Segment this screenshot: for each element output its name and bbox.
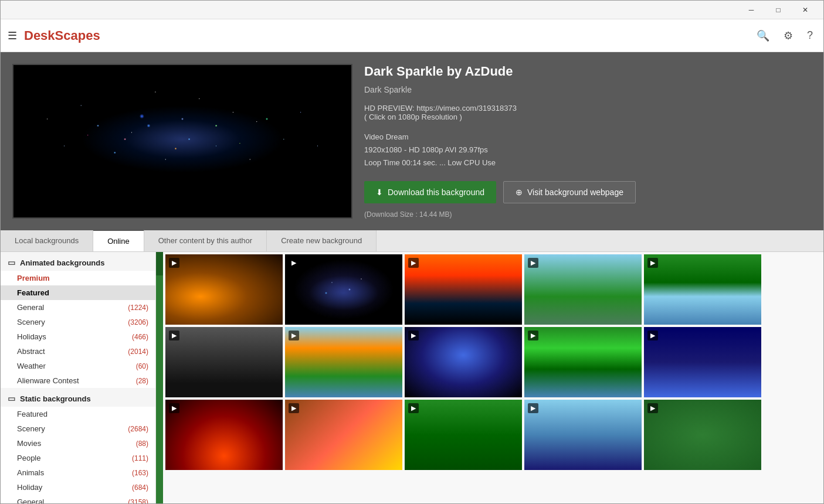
gallery-thumb[interactable]: ▶	[405, 254, 522, 325]
sidebar-item-featured-anim[interactable]: Featured	[1, 285, 155, 300]
video-badge: ▶	[528, 258, 538, 268]
static-section-icon: ▭	[8, 394, 15, 403]
people-count: (111)	[132, 454, 148, 462]
general-count: (1224)	[128, 304, 148, 312]
animals-count: (163)	[132, 469, 148, 477]
sidebar-item-weather[interactable]: Weather (60)	[1, 359, 155, 373]
gallery-thumb[interactable]: ▶	[524, 327, 642, 397]
static-header-label: Static backgrounds	[20, 394, 91, 403]
preview-info: Dark Sparkle by AzDude Dark Sparkle HD P…	[364, 64, 812, 219]
bg-details: Video Dream 1920x1080 - HD 1080p AVI 29.…	[364, 131, 812, 169]
minimize-button[interactable]: ─	[738, 1, 765, 19]
animated-backgrounds-header: ▭ Animated backgrounds	[1, 252, 155, 271]
video-badge: ▶	[647, 331, 658, 340]
video-badge: ▶	[408, 403, 419, 413]
preview-sparkle	[13, 65, 351, 200]
preview-image	[12, 64, 352, 219]
maximize-button[interactable]: □	[765, 1, 792, 19]
download-size: (Download Size : 14.44 MB)	[364, 210, 812, 219]
bg-resolution: 1920x1080 - HD 1080p AVI 29.97fps	[364, 144, 812, 156]
sidebar-item-premium[interactable]: Premium	[1, 271, 155, 285]
gallery-thumb[interactable]: ▶	[165, 327, 283, 397]
gallery-thumb[interactable]: ▶	[285, 254, 402, 325]
sidebar-item-general-anim[interactable]: General (1224)	[1, 300, 155, 315]
download-label: Download this background	[388, 188, 484, 197]
sparkle-colors	[13, 65, 351, 200]
general-static-count: (3158)	[128, 498, 148, 504]
sidebar-item-movies[interactable]: Movies (88)	[1, 436, 155, 451]
gallery-thumb[interactable]: ▶	[405, 400, 522, 470]
hamburger-icon[interactable]: ☰	[8, 29, 17, 42]
video-badge: ▶	[647, 258, 658, 268]
sidebar-item-scenery-anim[interactable]: Scenery (3206)	[1, 315, 155, 329]
gallery-thumb[interactable]: ▶	[644, 327, 761, 397]
video-badge: ▶	[289, 331, 299, 340]
title-bar: ─ □ ✕	[1, 1, 823, 19]
sidebar-item-alienware[interactable]: Alienware Contest (28)	[1, 373, 155, 388]
video-badge: ▶	[289, 403, 299, 413]
action-buttons: ⬇ Download this background ⊕ Visit backg…	[364, 181, 812, 203]
gallery-thumb[interactable]: ▶	[524, 400, 642, 470]
tab-create[interactable]: Create new background	[267, 230, 377, 251]
alienware-count: (28)	[136, 377, 148, 385]
visit-icon: ⊕	[516, 188, 523, 197]
visit-button[interactable]: ⊕ Visit background webpage	[503, 181, 636, 203]
video-badge: ▶	[169, 331, 179, 340]
static-backgrounds-header: ▭ Static backgrounds	[1, 388, 155, 407]
bg-subtitle: Dark Sparkle	[364, 85, 812, 94]
bg-preview-link: HD PREVIEW: https://vimeo.com/319318373 …	[364, 104, 812, 121]
holidays-count: (466)	[132, 333, 148, 341]
sidebar-scrollbar[interactable]	[156, 252, 163, 504]
sidebar-item-animals[interactable]: Animals (163)	[1, 465, 155, 480]
scenery-anim-count: (3206)	[128, 318, 148, 326]
download-button[interactable]: ⬇ Download this background	[364, 181, 496, 203]
video-badge: ▶	[408, 331, 419, 340]
sidebar-scrollbar-thumb[interactable]	[156, 252, 163, 275]
gallery-row: ▶ ▶ ▶ ▶ ▶	[165, 254, 821, 325]
sidebar: ▭ Animated backgrounds Premium Featured …	[1, 252, 156, 504]
bg-loop-time: Loop Time 00:14 sec. ... Low CPU Use	[364, 156, 812, 169]
video-badge: ▶	[528, 331, 538, 340]
video-badge: ▶	[408, 258, 419, 268]
video-badge: ▶	[528, 403, 538, 413]
gallery-thumb[interactable]: ▶	[165, 254, 283, 325]
close-button[interactable]: ✕	[792, 1, 819, 19]
settings-icon[interactable]: ⚙	[780, 26, 796, 46]
video-badge: ▶	[647, 403, 658, 413]
sidebar-item-featured-static[interactable]: Featured	[1, 407, 155, 421]
video-badge: ▶	[169, 258, 179, 268]
gallery-thumb[interactable]: ▶	[405, 327, 522, 397]
sidebar-item-general-static[interactable]: General (3158)	[1, 495, 155, 504]
visit-label: Visit background webpage	[527, 188, 623, 197]
preview-area: Dark Sparkle by AzDude Dark Sparkle HD P…	[1, 52, 823, 230]
bg-title: Dark Sparkle by AzDude	[364, 64, 812, 79]
gallery-area: ▶ ▶ ▶ ▶ ▶ ▶ ▶	[163, 252, 823, 504]
sidebar-item-holidays[interactable]: Holidays (466)	[1, 329, 155, 344]
hd-preview-text: HD PREVIEW: https://vimeo.com/319318373	[364, 104, 517, 113]
app-bar: ☰ DeskScapes 🔍 ⚙ ?	[1, 19, 823, 52]
tab-local[interactable]: Local backgrounds	[1, 230, 93, 251]
main-content: ▭ Animated backgrounds Premium Featured …	[1, 252, 823, 504]
scenery-static-count: (2684)	[128, 425, 148, 433]
gallery-thumb[interactable]: ▶	[644, 400, 761, 470]
gallery-thumb[interactable]: ▶	[644, 254, 761, 325]
sidebar-item-abstract[interactable]: Abstract (2014)	[1, 344, 155, 359]
sidebar-item-holiday-static[interactable]: Holiday (684)	[1, 480, 155, 495]
gallery-row: ▶ ▶ ▶ ▶ ▶	[165, 400, 821, 470]
sidebar-item-people[interactable]: People (111)	[1, 451, 155, 465]
tab-author[interactable]: Other content by this author	[144, 230, 267, 251]
weather-count: (60)	[136, 362, 148, 370]
gallery-row: ▶ ▶ ▶ ▶ ▶	[165, 327, 821, 397]
gallery-thumb[interactable]: ▶	[524, 254, 642, 325]
download-icon: ⬇	[376, 188, 383, 197]
search-icon[interactable]: 🔍	[753, 26, 773, 46]
hd-note-text: ( Click on 1080p Resolution )	[364, 113, 462, 121]
tab-online[interactable]: Online	[93, 230, 144, 251]
gallery-thumb[interactable]: ▶	[285, 400, 402, 470]
animated-header-label: Animated backgrounds	[20, 258, 104, 267]
sidebar-item-scenery-static[interactable]: Scenery (2684)	[1, 421, 155, 436]
movies-count: (88)	[136, 440, 148, 448]
gallery-thumb[interactable]: ▶	[285, 327, 402, 397]
help-icon[interactable]: ?	[803, 26, 816, 46]
gallery-thumb[interactable]: ▶	[165, 400, 283, 470]
